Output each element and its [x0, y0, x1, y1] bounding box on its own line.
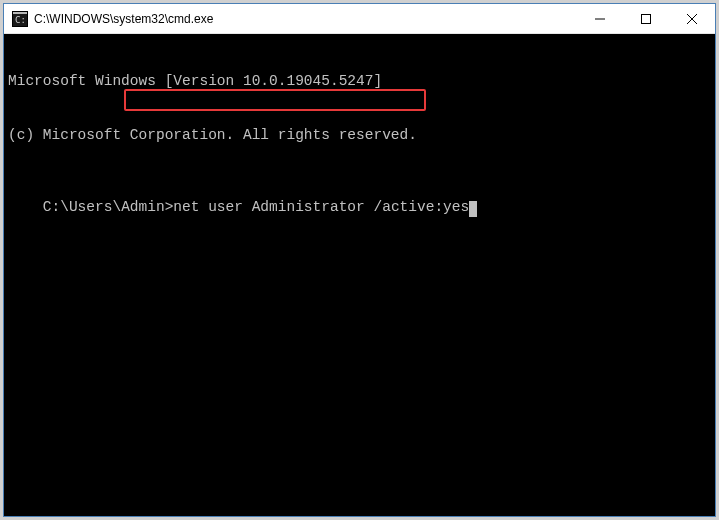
- svg-rect-5: [642, 14, 651, 23]
- text-cursor: [469, 201, 477, 217]
- prompt-line: C:\Users\Admin>net user Administrator /a…: [43, 198, 477, 216]
- titlebar[interactable]: C: C:\WINDOWS\system32\cmd.exe: [4, 4, 715, 34]
- banner-line: (c) Microsoft Corporation. All rights re…: [8, 126, 711, 144]
- minimize-button[interactable]: [577, 4, 623, 33]
- annotation-highlight: [124, 89, 426, 111]
- window-title: C:\WINDOWS\system32\cmd.exe: [34, 12, 577, 26]
- close-button[interactable]: [669, 4, 715, 33]
- prompt-text: C:\Users\Admin>: [43, 199, 174, 215]
- svg-text:C:: C:: [15, 15, 26, 25]
- svg-rect-1: [13, 12, 27, 14]
- window-controls: [577, 4, 715, 33]
- command-text: net user Administrator /active:yes: [173, 199, 469, 215]
- terminal-area[interactable]: Microsoft Windows [Version 10.0.19045.52…: [4, 34, 715, 516]
- maximize-button[interactable]: [623, 4, 669, 33]
- banner-line: Microsoft Windows [Version 10.0.19045.52…: [8, 72, 711, 90]
- cmd-window: C: C:\WINDOWS\system32\cmd.exe Microsoft…: [3, 3, 716, 517]
- cmd-icon: C:: [12, 11, 28, 27]
